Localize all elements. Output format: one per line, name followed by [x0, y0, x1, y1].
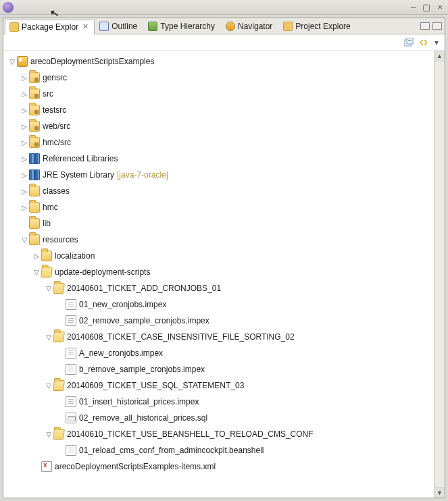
folder-icon	[29, 202, 40, 213]
expand-toggle-icon[interactable]: ▷	[20, 172, 29, 179]
expand-toggle-icon[interactable]: ▽	[44, 285, 53, 292]
library-icon	[29, 153, 40, 164]
folder-open-icon	[53, 332, 65, 342]
node-label: 20140610_TICKET_USE_BEANSHELL_TO_RELOAD_…	[67, 429, 314, 439]
scroll-track[interactable]	[434, 61, 445, 487]
tree-folder[interactable]: ▷ localization	[3, 248, 434, 264]
tree-folder[interactable]: ▷ classes	[3, 183, 434, 199]
link-with-editor-button[interactable]	[418, 36, 430, 49]
node-label: testsrc	[43, 105, 66, 115]
node-label: 02_remove_sample_cronjobs.impex	[79, 316, 209, 325]
tree-file[interactable]: ▷ 02_remove_all_historical_prices.sql	[3, 410, 434, 426]
expand-toggle-icon[interactable]: ▷	[20, 123, 29, 130]
expand-toggle-icon[interactable]: ▽	[44, 431, 53, 438]
node-label: update-deployment-scripts	[55, 267, 150, 277]
tree-folder-resources[interactable]: ▽ resources	[3, 232, 434, 248]
node-label: hmc/src	[43, 138, 71, 147]
tree-file[interactable]: ▷ 01_insert_historical_prices.impex	[3, 394, 434, 410]
tree-source-folder[interactable]: ▷ gensrc	[3, 70, 434, 86]
expand-toggle-icon[interactable]: ▷	[20, 90, 29, 98]
tree-project-root[interactable]: ▽ arecoDeploymentScriptsExamples	[3, 53, 434, 70]
window-titlebar: ↖ – ▢ ×	[0, 0, 448, 15]
tab-navigator[interactable]: Navigator	[221, 19, 278, 34]
package-tree[interactable]: ▽ arecoDeploymentScriptsExamples ▷ gensr…	[3, 51, 434, 498]
file-icon	[66, 299, 76, 310]
tree-source-folder[interactable]: ▷ web/src	[3, 118, 434, 134]
node-label: 20140609_TICKET_USE_SQL_STATEMENT_03	[67, 381, 244, 390]
tree-file-xml[interactable]: ▷ arecoDeploymentScriptsExamples-items.x…	[3, 458, 434, 475]
close-window-button[interactable]: ×	[437, 2, 443, 12]
tree-file[interactable]: ▷ b_remove_sample_cronjobs.impex	[3, 361, 434, 377]
expand-toggle-icon[interactable]: ▷	[20, 107, 29, 114]
expand-toggle-icon[interactable]: ▽	[7, 58, 17, 65]
tree-referenced-libraries[interactable]: ▷ Referenced Libraries	[3, 151, 434, 167]
tab-label: Type Hierarchy	[160, 22, 215, 31]
expand-toggle-icon[interactable]: ▽	[20, 236, 29, 244]
folder-icon	[29, 218, 40, 229]
node-label: localization	[55, 251, 95, 261]
view-tabs: Package Explor ✕ Outline Type Hierarchy …	[3, 18, 445, 34]
tab-label: Package Explor	[22, 22, 78, 32]
tab-project-explorer[interactable]: Project Explore	[278, 19, 356, 34]
package-folder-icon	[29, 121, 40, 132]
tab-label: Outline	[111, 22, 137, 31]
tree-file[interactable]: ▷ 01_reload_cms_conf_from_admincockpit.b…	[3, 442, 434, 458]
tree-folder[interactable]: ▽ 20140601_TICKET_ADD_CRONJOBS_01	[3, 280, 434, 296]
tree-folder[interactable]: ▽ 20140610_TICKET_USE_BEANSHELL_TO_RELOA…	[3, 426, 434, 442]
node-label: resources	[43, 235, 78, 244]
tree-file[interactable]: ▷ 01_new_cronjobs.impex	[3, 296, 434, 313]
folder-open-icon	[53, 283, 65, 294]
node-label: classes	[43, 186, 70, 196]
tree-source-folder[interactable]: ▷ testsrc	[3, 102, 434, 118]
tree-folder[interactable]: ▽ 20140609_TICKET_USE_SQL_STATEMENT_03	[3, 377, 434, 394]
tab-type-hierarchy[interactable]: Type Hierarchy	[143, 19, 221, 34]
view-menu-button[interactable]: ▾	[432, 36, 441, 49]
tab-package-explorer[interactable]: Package Explor ✕	[5, 20, 95, 34]
package-explorer-icon	[9, 22, 19, 32]
expand-toggle-icon[interactable]: ▷	[20, 188, 29, 195]
tree-jre-library[interactable]: ▷ JRE System Library [java-7-oracle]	[3, 167, 434, 183]
expand-toggle-icon[interactable]: ▽	[32, 269, 41, 276]
minimize-button[interactable]: –	[411, 2, 416, 12]
folder-open-icon	[53, 380, 65, 391]
node-label: lib	[43, 219, 51, 228]
vertical-scrollbar[interactable]: ▲ ▼	[434, 51, 445, 498]
node-label: web/src	[43, 122, 70, 131]
node-label: gensrc	[43, 73, 67, 82]
tree-source-folder[interactable]: ▷ src	[3, 86, 434, 102]
package-folder-icon	[29, 137, 40, 148]
expand-toggle-icon[interactable]: ▷	[20, 74, 29, 82]
main-panel: Package Explor ✕ Outline Type Hierarchy …	[3, 18, 445, 498]
maximize-button[interactable]: ▢	[422, 2, 430, 12]
node-label: Referenced Libraries	[43, 154, 118, 163]
scroll-down-button[interactable]: ▼	[434, 487, 445, 498]
close-tab-icon[interactable]: ✕	[82, 22, 89, 31]
tree-folder[interactable]: ▽ 20140608_TICKET_CASE_INSENSITIVE_FILE_…	[3, 329, 434, 345]
tab-outline[interactable]: Outline	[95, 19, 143, 34]
scroll-up-button[interactable]: ▲	[434, 51, 445, 61]
minimize-view-button[interactable]	[420, 22, 430, 30]
file-icon	[66, 445, 76, 456]
maximize-view-button[interactable]	[432, 22, 442, 30]
expand-toggle-icon[interactable]: ▷	[32, 253, 41, 260]
tree-source-folder[interactable]: ▷ hmc/src	[3, 134, 434, 151]
folder-icon	[29, 186, 40, 196]
collapse-all-button[interactable]	[403, 36, 415, 49]
expand-toggle-icon[interactable]: ▽	[44, 334, 53, 341]
node-suffix: [java-7-oracle]	[117, 170, 168, 180]
tree-folder[interactable]: ▷ hmc	[3, 199, 434, 215]
tree-folder[interactable]: ▷ lib	[3, 215, 434, 232]
node-label: 20140601_TICKET_ADD_CRONJOBS_01	[67, 284, 221, 293]
package-folder-icon	[29, 72, 40, 83]
expand-toggle-icon[interactable]: ▷	[20, 155, 29, 163]
file-icon	[66, 315, 76, 326]
tree-file[interactable]: ▷ A_new_cronjobs.impex	[3, 345, 434, 361]
tree-folder-update-scripts[interactable]: ▽ update-deployment-scripts	[3, 264, 434, 280]
sql-file-icon	[66, 413, 76, 423]
expand-toggle-icon[interactable]: ▽	[44, 382, 53, 390]
expand-toggle-icon[interactable]: ▷	[20, 139, 29, 147]
tab-label: Navigator	[238, 22, 272, 31]
expand-toggle-icon[interactable]: ▷	[20, 204, 29, 211]
node-label: b_remove_sample_cronjobs.impex	[79, 365, 205, 374]
tree-file[interactable]: ▷ 02_remove_sample_cronjobs.impex	[3, 313, 434, 329]
